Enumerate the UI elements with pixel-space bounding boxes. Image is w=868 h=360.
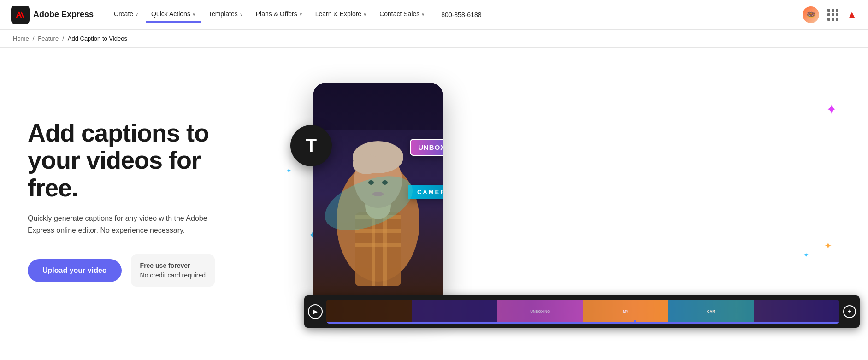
chevron-down-icon: ∨ [363,12,366,17]
brand-logo[interactable]: Adobe Express [11,6,94,24]
hero-actions: Upload your video Free use forever No cr… [28,254,267,287]
play-button[interactable]: ▶ [308,304,323,319]
add-clip-button[interactable]: + [843,305,856,318]
chevron-down-icon: ∨ [421,12,425,17]
user-avatar[interactable]: 🍩 [803,6,819,23]
text-tool-icon: T [290,125,332,166]
upload-video-button[interactable]: Upload your video [28,259,122,282]
nav-create[interactable]: Create ∨ [108,6,144,23]
chevron-down-icon: ∨ [135,12,138,17]
nav-quick-actions[interactable]: Quick Actions ∨ [146,6,201,23]
breadcrumb-current: Add Caption to Videos [68,35,127,42]
hero-title: Add captions to your videos for free. [28,119,267,201]
phone-number: 800-858-6188 [441,11,481,18]
hero-section: Add captions to your videos for free. Qu… [0,48,868,358]
app-switcher-icon[interactable] [827,8,839,21]
free-line1: Free use forever [140,261,206,271]
hero-subtitle: Quickly generate captions for any video … [28,212,221,236]
sticker-camera: CAMERA [408,185,443,199]
hero-illustration: T ✦ ✦ ✦ ✦ ✦ ✦ ✦ [286,74,846,332]
breadcrumb-separator: / [33,35,35,42]
brand-name: Adobe Express [33,10,94,19]
star-decoration-pink: ✦ [826,102,837,117]
star-decoration-blue: ✦ [286,166,292,175]
nav-templates[interactable]: Templates ∨ [203,6,248,23]
star-decoration-orange: ✦ [824,240,832,251]
breadcrumb-separator: / [62,35,64,42]
star-decoration-cyan2: ✦ [803,251,809,259]
timeline-frames: UNBOXING MY CAM [326,300,839,324]
timeline-thumb[interactable] [634,320,636,324]
free-badge: Free use forever No credit card required [131,254,215,287]
chevron-down-icon: ∨ [192,12,195,17]
logo-icon [11,6,30,24]
sticker-unboxing: UNBOXING! [410,139,443,156]
hero-content: Add captions to your videos for free. Qu… [28,119,267,287]
breadcrumb: Home / Feature / Add Caption to Videos [0,30,868,48]
timeline-progress-bar [326,322,839,324]
sparkle-icon: ✦ [810,199,818,210]
nav-right-controls: 🍩 ▲ [803,6,857,23]
nav-plans[interactable]: Plans & Offers ∨ [250,6,308,23]
breadcrumb-feature[interactable]: Feature [38,35,59,42]
nav-contact[interactable]: Contact Sales ∨ [374,6,430,23]
video-timeline: ▶ UNBOXING MY CAM + [304,295,860,328]
breadcrumb-home[interactable]: Home [13,35,29,42]
nav-learn[interactable]: Learn & Explore ∨ [310,6,372,23]
svg-point-12 [353,154,380,174]
chevron-down-icon: ∨ [299,12,302,17]
adobe-logo-icon[interactable]: ▲ [847,9,857,21]
chevron-down-icon: ∨ [240,12,243,17]
nav-menu: Create ∨ Quick Actions ∨ Templates ∨ Pla… [108,6,791,23]
free-line2: No credit card required [140,271,206,279]
navigation: Adobe Express Create ∨ Quick Actions ∨ T… [0,0,868,30]
svg-rect-16 [313,83,443,130]
